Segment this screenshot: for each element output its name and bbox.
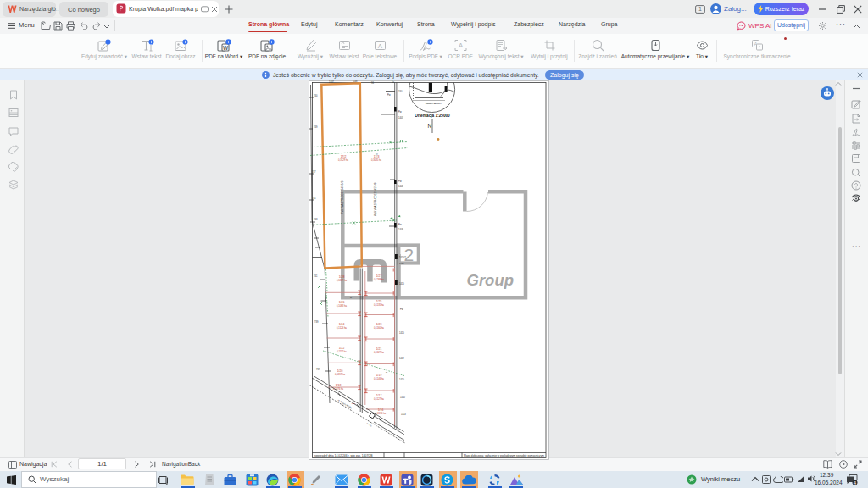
svg-text:A: A	[378, 42, 383, 50]
svg-text:1410: 1410	[399, 331, 404, 335]
svg-text:N: N	[428, 123, 432, 129]
svg-text:Pw: Pw	[400, 308, 403, 311]
svg-text:1409: 1409	[398, 185, 403, 188]
svg-text:0,1219 ha: 0,1219 ha	[335, 373, 345, 376]
svg-text:1/19: 1/19	[376, 374, 382, 377]
svg-text:1/27: 1/27	[376, 274, 382, 278]
svg-text:Las Pęcherski: Las Pęcherski	[424, 107, 437, 109]
svg-text:1/25: 1/25	[376, 300, 382, 303]
svg-text:1/18: 1/18	[336, 384, 342, 387]
svg-text:KW WA1PR/00123455/8: KW WA1PR/00123455/8	[374, 183, 377, 216]
svg-text:0,1127 ha: 0,1127 ha	[374, 397, 384, 401]
svg-text:Orientacja 1:25000: Orientacja 1:25000	[415, 114, 450, 118]
svg-text:17/3: 17/3	[374, 155, 380, 158]
svg-text:1/20: 1/20	[337, 369, 343, 373]
svg-text:1/17: 1/17	[376, 394, 382, 397]
svg-text:1410: 1410	[400, 396, 405, 399]
svg-text:0,1135 ha: 0,1135 ha	[374, 303, 384, 307]
svg-text:740: 740	[398, 90, 403, 93]
svg-text:1/16: 1/16	[378, 408, 384, 412]
svg-text:0,1288 ha: 0,1288 ha	[374, 278, 384, 281]
svg-text:0,1127 ha: 0,1127 ha	[374, 351, 384, 354]
svg-text:740: 740	[314, 94, 318, 97]
svg-text:148: 148	[353, 80, 358, 83]
svg-text:743: 743	[314, 218, 318, 221]
svg-text:739: 739	[314, 320, 319, 324]
svg-text:745: 745	[312, 197, 316, 200]
svg-text:0,1083 ha: 0,1083 ha	[337, 304, 347, 308]
svg-text:1407: 1407	[398, 116, 403, 119]
svg-text:W: W	[223, 45, 229, 51]
svg-text:KW WA1PR/00123456/3: KW WA1PR/00123456/3	[341, 181, 344, 214]
svg-text:Pw: Pw	[398, 180, 402, 183]
svg-text:0,1146 ha: 0,1146 ha	[374, 377, 384, 380]
svg-text:0,1117 ha: 0,1117 ha	[337, 350, 347, 353]
svg-text:0,1076 ha: 0,1076 ha	[333, 387, 343, 391]
svg-text:1412: 1412	[399, 357, 404, 360]
svg-text:1/26: 1/26	[339, 301, 345, 304]
svg-text:0,3129 ha: 0,3129 ha	[338, 158, 348, 162]
svg-text:Group: Group	[467, 271, 515, 289]
svg-text:0,3035 ha: 0,3035 ha	[371, 158, 381, 162]
svg-text:17/2: 17/2	[341, 155, 347, 158]
svg-text:A: A	[459, 42, 463, 49]
svg-text:14/10: 14/10	[399, 263, 404, 264]
svg-text:1/28: 1/28	[339, 275, 345, 279]
svg-text:0,1576 ha: 0,1576 ha	[376, 412, 386, 415]
svg-text:1/24: 1/24	[339, 323, 345, 326]
svg-text:741: 741	[314, 274, 318, 278]
svg-text:1/22: 1/22	[339, 347, 345, 350]
svg-text:1407: 1407	[329, 80, 334, 84]
svg-text:1409: 1409	[398, 228, 403, 231]
svg-text:dr: dr	[350, 297, 352, 298]
svg-text:747: 747	[312, 170, 316, 174]
svg-text:0,1217 ha: 0,1217 ha	[337, 279, 347, 282]
svg-text:1410: 1410	[399, 282, 404, 286]
svg-text:Pw: Pw	[398, 223, 402, 226]
svg-text:1/21: 1/21	[376, 347, 382, 351]
svg-text:Pw: Pw	[398, 110, 402, 114]
svg-text:KRUPIA WÓLKA: KRUPIA WÓLKA	[426, 103, 442, 105]
svg-text:1410: 1410	[399, 378, 404, 381]
svg-text:Mapa dołączona: wyłącznie w po: Mapa dołączona: wyłącznie w poglądowym s…	[464, 454, 544, 458]
svg-text:1410/2: 1410/2	[399, 256, 406, 259]
svg-text:1/23: 1/23	[376, 323, 382, 326]
svg-text:dr: dr	[386, 371, 387, 373]
svg-text:0,1126 ha: 0,1126 ha	[337, 326, 347, 330]
svg-text:737: 737	[316, 368, 320, 371]
svg-text:749: 749	[314, 125, 318, 129]
svg-text:2: 2	[404, 245, 415, 264]
svg-text:Pw: Pw	[387, 93, 391, 97]
svg-text:1: 1	[698, 6, 702, 12]
svg-text:sporządził dnia 14.02.246 r. w: sporządził dnia 14.02.246 r. w/g zas. 14…	[314, 454, 373, 458]
svg-text:0,1160 ha: 0,1160 ha	[374, 326, 384, 330]
svg-text:1413: 1413	[401, 413, 406, 416]
